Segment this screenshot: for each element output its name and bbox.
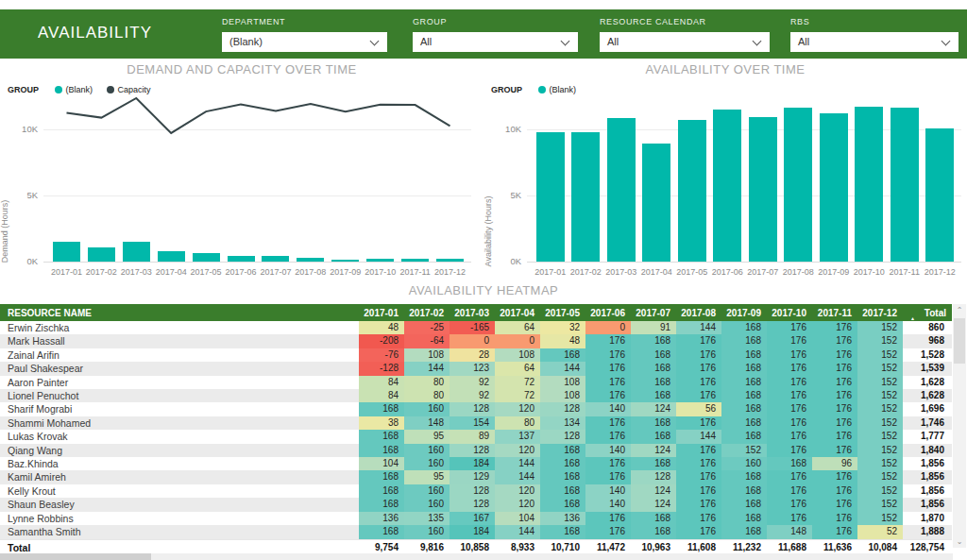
- heatmap-cell[interactable]: 176: [676, 334, 721, 348]
- availability-bar[interactable]: [713, 110, 741, 262]
- heatmap-cell[interactable]: 80: [495, 416, 540, 430]
- heatmap-cell[interactable]: 168: [631, 362, 676, 375]
- row-total-cell[interactable]: 1,840: [903, 444, 952, 457]
- heatmap-cell[interactable]: 144: [495, 525, 540, 539]
- heatmap-cell[interactable]: 168: [540, 348, 585, 362]
- heatmap-cell[interactable]: 128: [450, 402, 495, 416]
- heatmap-cell[interactable]: 0: [450, 334, 495, 348]
- heatmap-cell[interactable]: 168: [631, 334, 676, 348]
- column-header-2017-10[interactable]: 2017-10: [767, 304, 812, 321]
- rbs-dropdown[interactable]: All: [790, 32, 959, 52]
- heatmap-cell[interactable]: 176: [812, 484, 857, 498]
- heatmap-cell[interactable]: 176: [812, 470, 857, 484]
- row-total-cell[interactable]: 1,628: [903, 389, 952, 402]
- heatmap-cell[interactable]: 168: [359, 402, 404, 416]
- heatmap-cell[interactable]: 168: [631, 457, 676, 470]
- heatmap-cell[interactable]: 92: [450, 376, 495, 389]
- availability-bar[interactable]: [678, 120, 706, 262]
- heatmap-cell[interactable]: 176: [676, 525, 721, 539]
- heatmap-cell[interactable]: 176: [585, 376, 631, 389]
- heatmap-cell[interactable]: 80: [404, 376, 450, 389]
- demand-bar[interactable]: [88, 247, 115, 262]
- heatmap-cell[interactable]: 176: [767, 334, 812, 348]
- heatmap-cell[interactable]: 176: [676, 416, 721, 430]
- heatmap-cell[interactable]: 152: [857, 402, 903, 416]
- heatmap-cell[interactable]: 124: [631, 402, 676, 416]
- heatmap-cell[interactable]: 168: [721, 348, 767, 362]
- availability-bar[interactable]: [855, 107, 883, 262]
- row-total-cell[interactable]: 1,856: [903, 498, 952, 511]
- heatmap-cell[interactable]: 124: [631, 484, 676, 498]
- heatmap-cell[interactable]: 123: [450, 362, 495, 375]
- heatmap-cell[interactable]: 176: [812, 525, 857, 539]
- horizontal-scrollbar[interactable]: [0, 553, 953, 560]
- heatmap-cell[interactable]: 168: [359, 470, 404, 484]
- heatmap-cell[interactable]: 108: [495, 348, 540, 362]
- heatmap-cell[interactable]: 72: [495, 376, 540, 389]
- row-total-cell[interactable]: 1,777: [903, 430, 952, 443]
- heatmap-cell[interactable]: 144: [495, 470, 540, 484]
- heatmap-cell[interactable]: 140: [585, 444, 631, 457]
- demand-bar[interactable]: [228, 256, 255, 262]
- heatmap-cell[interactable]: 52: [857, 525, 903, 539]
- heatmap-cell[interactable]: 168: [631, 430, 676, 443]
- heatmap-cell[interactable]: 144: [676, 430, 721, 443]
- row-total-cell[interactable]: 1,539: [903, 362, 952, 375]
- heatmap-cell[interactable]: 38: [359, 416, 404, 430]
- heatmap-cell[interactable]: 168: [721, 389, 767, 402]
- column-header-total[interactable]: Total▲: [903, 304, 952, 321]
- heatmap-cell[interactable]: 134: [540, 416, 585, 430]
- heatmap-cell[interactable]: 176: [812, 321, 857, 334]
- heatmap-cell[interactable]: 136: [540, 512, 585, 525]
- column-header-2017-05[interactable]: 2017-05: [540, 304, 585, 321]
- heatmap-cell[interactable]: 92: [450, 389, 495, 402]
- heatmap-cell[interactable]: 72: [495, 389, 540, 402]
- heatmap-cell[interactable]: 176: [585, 512, 631, 525]
- heatmap-cell[interactable]: 91: [631, 321, 676, 334]
- heatmap-cell[interactable]: 176: [812, 402, 857, 416]
- heatmap-cell[interactable]: 152: [857, 376, 903, 389]
- resource-name-cell[interactable]: Qiang Wang: [0, 444, 359, 457]
- heatmap-cell[interactable]: 168: [359, 525, 404, 539]
- heatmap-cell[interactable]: 168: [721, 525, 767, 539]
- heatmap-cell[interactable]: 176: [767, 470, 812, 484]
- row-total-cell[interactable]: 1,746: [903, 416, 952, 430]
- demand-bar[interactable]: [401, 259, 429, 262]
- heatmap-cell[interactable]: 176: [676, 457, 721, 470]
- heatmap-cell[interactable]: 152: [857, 389, 903, 402]
- heatmap-cell[interactable]: 128: [631, 470, 676, 484]
- heatmap-cell[interactable]: 176: [812, 334, 857, 348]
- heatmap-cell[interactable]: 0: [585, 321, 631, 334]
- row-total-cell[interactable]: 1,528: [903, 348, 952, 362]
- heatmap-cell[interactable]: 176: [676, 362, 721, 375]
- heatmap-cell[interactable]: 108: [404, 348, 450, 362]
- heatmap-cell[interactable]: 176: [676, 376, 721, 389]
- heatmap-cell[interactable]: 176: [812, 498, 857, 511]
- heatmap-cell[interactable]: 140: [585, 402, 631, 416]
- demand-bar[interactable]: [297, 258, 324, 262]
- row-total-cell[interactable]: 1,856: [903, 457, 952, 470]
- heatmap-cell[interactable]: 168: [359, 444, 404, 457]
- column-header-2017-11[interactable]: 2017-11: [812, 304, 857, 321]
- column-header-2017-08[interactable]: 2017-08: [676, 304, 721, 321]
- heatmap-cell[interactable]: 184: [450, 457, 495, 470]
- horizontal-scroll-thumb[interactable]: [0, 553, 151, 560]
- heatmap-cell[interactable]: 176: [812, 430, 857, 443]
- heatmap-cell[interactable]: 176: [812, 416, 857, 430]
- heatmap-cell[interactable]: 152: [857, 484, 903, 498]
- heatmap-cell[interactable]: 176: [585, 525, 631, 539]
- heatmap-cell[interactable]: 120: [495, 498, 540, 511]
- resource-name-cell[interactable]: Kamil Amireh: [0, 470, 359, 484]
- heatmap-cell[interactable]: 176: [812, 376, 857, 389]
- demand-bar[interactable]: [158, 251, 185, 262]
- heatmap-cell[interactable]: 160: [404, 484, 450, 498]
- heatmap-cell[interactable]: 152: [857, 457, 903, 470]
- heatmap-cell[interactable]: 140: [585, 484, 631, 498]
- heatmap-cell[interactable]: 176: [767, 389, 812, 402]
- heatmap-cell[interactable]: 160: [404, 402, 450, 416]
- resource-name-cell[interactable]: Zainal Arifin: [0, 348, 359, 362]
- heatmap-cell[interactable]: 152: [857, 362, 903, 375]
- resource-name-cell[interactable]: Shaun Beasley: [0, 498, 359, 511]
- heatmap-cell[interactable]: 168: [631, 525, 676, 539]
- heatmap-cell[interactable]: 152: [857, 512, 903, 525]
